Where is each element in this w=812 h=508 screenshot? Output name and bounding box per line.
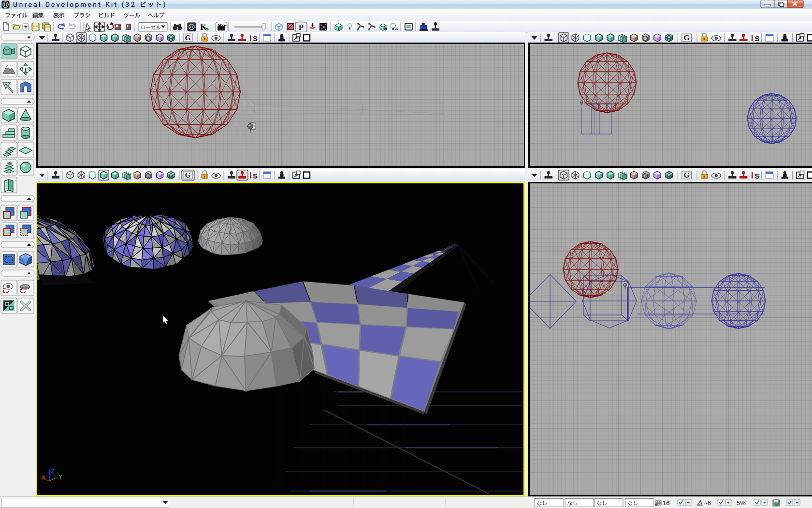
svg-text:G: G [185, 34, 191, 42]
svg-text:S: S [754, 172, 759, 180]
svg-text:S: S [253, 34, 258, 43]
svg-text:S: S [644, 36, 647, 41]
svg-text:S: S [644, 174, 647, 178]
svg-text:S: S [147, 36, 149, 41]
svg-text:P: P [299, 23, 304, 32]
svg-text:T: T [24, 66, 28, 73]
svg-text:S: S [147, 174, 149, 178]
svg-text:G: G [185, 171, 191, 179]
svg-text:G: G [684, 171, 690, 179]
svg-text:~6: ~6 [704, 500, 711, 507]
svg-text:K: K [200, 22, 207, 32]
svg-text:S: S [253, 172, 258, 180]
svg-text:5%: 5% [737, 499, 746, 507]
svg-text:G: G [684, 33, 690, 42]
svg-text:16: 16 [663, 499, 669, 507]
svg-text:S: S [754, 34, 759, 43]
